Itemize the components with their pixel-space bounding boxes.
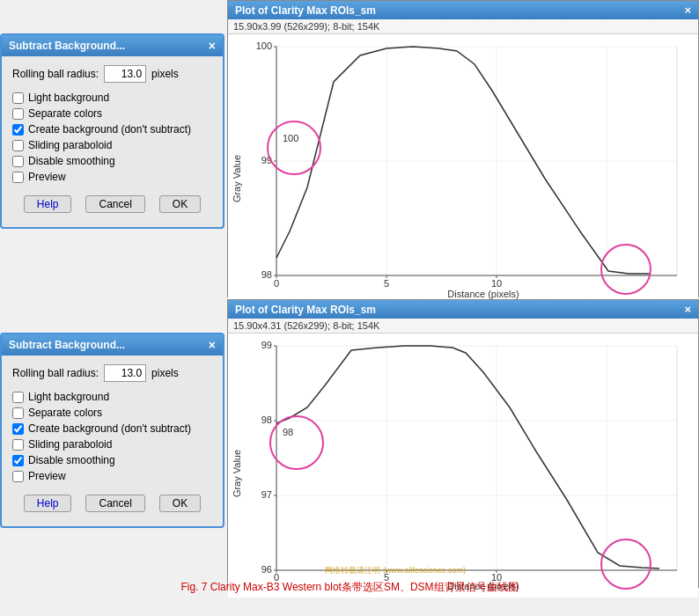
bottom-dialog-buttons: Help Cancel OK [12,491,212,517]
top-x-axis-label: Distance (pixels) [447,289,519,299]
top-x-label-10: 10 [491,278,502,289]
bottom-y-label-98: 98 [261,414,272,425]
bottom-checkbox-group: Light background Separate colors Create … [12,391,212,482]
bottom-rolling-ball-row: Rolling ball radius: pixels [12,364,212,382]
bottom-cb-disable-smoothing[interactable] [12,455,24,466]
top-pixels-label: pixels [151,68,179,80]
bottom-checkbox-preview[interactable]: Preview [12,470,212,482]
top-dialog-title: Subtract Background... × [2,35,223,56]
top-chart: Gray Value Distance (pixels) [228,38,695,302]
top-cb-separate-colors[interactable] [12,108,24,120]
top-plot-close[interactable]: × [684,4,691,17]
bottom-circle-1 [270,416,323,469]
bottom-plot-title: Plot of Clarity Max ROIs_sm [235,304,376,316]
bottom-checkbox-disable-smoothing[interactable]: Disable smoothing [12,454,212,466]
top-rolling-ball-label: Rolling ball radius: [12,68,99,80]
bottom-plot-title-bar: Plot of Clarity Max ROIs_sm × [228,300,698,319]
top-dialog-title-text: Subtract Background... [9,40,125,52]
top-checkbox-sliding[interactable]: Sliding paraboloid [12,139,212,151]
bottom-cb-separate-colors[interactable] [12,407,24,419]
top-cb-disable-smoothing[interactable] [12,156,24,167]
bottom-cb-sliding[interactable] [12,439,24,451]
top-dialog-buttons: Help Cancel OK [12,192,212,218]
top-rolling-ball-row: Rolling ball radius: pixels [12,65,212,83]
bottom-plot-close[interactable]: × [684,303,691,316]
top-plot-title-bar: Plot of Clarity Max ROIs_sm × [228,1,698,19]
bottom-y-axis-label: Gray Value [232,450,242,497]
bottom-cancel-button[interactable]: Cancel [85,495,144,512]
top-cb-preview[interactable] [12,172,24,183]
bottom-rolling-ball-label: Rolling ball radius: [12,367,99,379]
top-ok-button[interactable]: OK [159,195,201,213]
bottom-help-button[interactable]: Help [24,495,72,512]
caption: Fig. 7 Clarity Max-B3 Western blot条带选区SM… [0,580,699,595]
bottom-plot-window: Plot of Clarity Max ROIs_sm × 15.90x4.31… [227,299,699,588]
bottom-curve [276,346,659,568]
bottom-cb-preview[interactable] [12,471,24,482]
top-checkbox-light-bg[interactable]: Light background [12,92,212,104]
top-circle-1 [268,121,320,174]
top-help-button[interactable]: Help [24,195,72,213]
top-circle-label-100: 100 [283,133,298,143]
bottom-dialog-close[interactable]: × [209,338,216,352]
bottom-checkbox-separate-colors[interactable]: Separate colors [12,407,212,419]
top-dialog: Subtract Background... × Rolling ball ra… [0,33,224,229]
bottom-cb-light-bg[interactable] [12,392,24,403]
top-checkbox-disable-smoothing[interactable]: Disable smoothing [12,155,212,167]
top-plot-window: Plot of Clarity Max ROIs_sm × 15.90x3.99… [227,0,699,297]
top-cb-create-bg[interactable] [12,124,24,136]
top-cb-light-bg[interactable] [12,92,24,104]
bottom-pixels-label: pixels [151,367,179,379]
bottom-y-label-97: 97 [261,489,272,500]
bottom-y-label-96: 96 [261,564,272,575]
top-plot-info: 15.90x3.99 (526x299); 8-bit; 154K [228,19,698,34]
bottom-plot-info: 15.90x4.31 (526x299); 8-bit; 154K [228,319,698,334]
bottom-dialog-title: Subtract Background... × [2,334,223,356]
bottom-dialog-title-text: Subtract Background... [9,339,125,351]
bottom-checkbox-create-bg[interactable]: Create background (don't subtract) [12,422,212,435]
top-checkbox-separate-colors[interactable]: Separate colors [12,107,212,120]
top-section: Subtract Background... × Rolling ball ra… [0,0,699,299]
top-x-label-0: 0 [274,278,279,289]
top-plot-area: Gray Value Distance (pixels) [228,34,698,305]
top-y-label-100: 100 [256,40,272,51]
bottom-cb-create-bg[interactable] [12,423,24,435]
bottom-chart: Gray Value Distance (pixels) [228,337,695,594]
top-checkbox-group: Light background Separate colors Create … [12,92,212,183]
bottom-section: Subtract Background... × Rolling ball ra… [0,299,699,598]
bottom-checkbox-sliding[interactable]: Sliding paraboloid [12,438,212,451]
bottom-y-label-99: 99 [261,340,272,350]
bottom-dialog: Subtract Background... × Rolling ball ra… [0,333,224,528]
top-dialog-close[interactable]: × [209,39,216,53]
watermark: 网络转载请注明 (www.alifescience.com) [325,565,466,576]
top-cancel-button[interactable]: Cancel [85,195,144,213]
top-circle-2 [601,245,651,294]
bottom-checkbox-light-bg[interactable]: Light background [12,391,212,403]
top-dialog-body: Rolling ball radius: pixels Light backgr… [2,56,223,227]
top-checkbox-preview[interactable]: Preview [12,171,212,183]
top-y-label-98: 98 [261,269,272,280]
bottom-dialog-body: Rolling ball radius: pixels Light backgr… [2,356,223,526]
bottom-plot-area: Gray Value Distance (pixels) [228,334,698,598]
top-rolling-ball-input[interactable] [104,65,146,83]
bottom-rolling-ball-input[interactable] [104,364,146,382]
top-x-label-5: 5 [384,278,389,289]
top-curve [276,47,651,274]
top-plot-title: Plot of Clarity Max ROIs_sm [235,4,376,17]
bottom-circle-label-98: 98 [283,427,293,437]
top-cb-sliding[interactable] [12,140,24,151]
top-y-axis-label: Gray Value [232,155,242,202]
top-checkbox-create-bg[interactable]: Create background (don't subtract) [12,123,212,136]
bottom-ok-button[interactable]: OK [159,495,201,512]
